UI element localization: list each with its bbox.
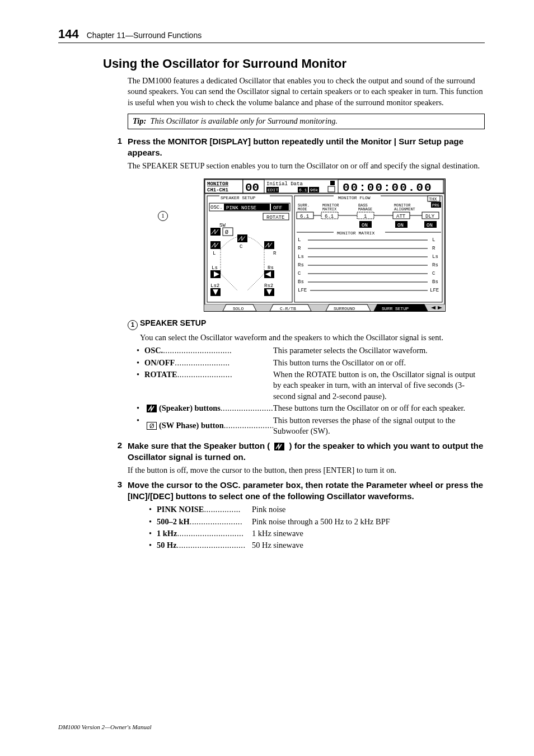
svg-text:MANAGE: MANAGE [358, 207, 372, 212]
svg-text:Ls: Ls [212, 265, 218, 271]
scene-tag3: 96k [310, 187, 318, 192]
page-header: 144 Chapter 11—Surround Functions [58, 27, 485, 43]
waveform-1khz: • 1 kHz............................. 1 k… [149, 528, 485, 539]
svg-text:C: C [298, 271, 301, 276]
svg-text:6.1: 6.1 [325, 214, 334, 219]
step-1: 1 Press the MONITOR [DISPLAY] button rep… [114, 136, 485, 159]
svg-text:L: L [213, 251, 216, 256]
lcd-screenshot: 1 MONITOR CH1-CH1 00 Initial Data EDIT 6… [204, 179, 446, 312]
osc-value: PINK NOISE [226, 205, 256, 211]
thx-label: THX [429, 196, 437, 201]
svg-text:6.1: 6.1 [300, 214, 309, 219]
tip-box: Tip: This Oscillator is available only f… [128, 114, 485, 129]
step-2-follow: If the button is off, move the cursor to… [128, 465, 485, 476]
param-sw-phase: • Ø (SW Phase) button...................… [137, 415, 485, 437]
step-number: 2 [114, 440, 122, 463]
svg-text:R: R [432, 246, 435, 251]
svg-text:C: C [432, 271, 435, 276]
svg-text:C-R/TB: C-R/TB [280, 306, 296, 311]
osc-onoff: OFF [273, 205, 282, 211]
svg-text:C: C [240, 244, 243, 250]
scene-name: Initial Data [266, 181, 303, 187]
svg-text:Ø: Ø [225, 229, 228, 236]
svg-rect-24 [264, 241, 274, 249]
section-1-heading: 1SPEAKER SETUP [128, 318, 485, 330]
svg-text:L: L [432, 237, 435, 243]
monitor-matrix-label: MONITOR MATRIX [337, 231, 374, 236]
scene-tag2: 6.1 [299, 187, 307, 192]
svg-text:LFE: LFE [430, 288, 439, 293]
osc-label: OSC. [210, 205, 223, 210]
section-1-intro: You can select the Oscillator waveform a… [140, 332, 485, 343]
svg-text:MATRIX: MATRIX [322, 207, 337, 212]
heading: Using the Oscillator for Surround Monito… [103, 57, 485, 71]
monitor-flow-label: MONITOR FLOW [338, 195, 371, 200]
step-title: Press the MONITOR [DISPLAY] button repea… [128, 136, 485, 159]
rotate-label: ROTATE [266, 215, 284, 220]
svg-text:Ls2: Ls2 [210, 283, 219, 289]
svg-text:Ls: Ls [432, 254, 438, 260]
svg-text:DLY: DLY [425, 214, 435, 219]
speaker-icon [147, 405, 157, 412]
area-label: MONITOR [207, 181, 228, 187]
speaker-icon [274, 443, 284, 450]
callout-1: 1 [158, 210, 170, 221]
svg-text:SURROUND: SURROUND [334, 306, 355, 311]
svg-text:1: 1 [364, 214, 367, 219]
waveform-50hz: • 50 Hz.............................. 50… [149, 540, 485, 551]
svg-text:Rs: Rs [298, 262, 304, 268]
scene-tag1: EDIT [268, 187, 278, 192]
page-number: 144 [58, 27, 79, 41]
step-title: Move the cursor to the OSC. parameter bo… [128, 480, 485, 503]
step-1-follow: The SPEAKER SETUP section enables you to… [128, 161, 485, 171]
svg-text:R: R [273, 251, 277, 256]
svg-text:Bs: Bs [298, 279, 304, 285]
svg-rect-17 [210, 228, 221, 236]
svg-text:Rs: Rs [268, 265, 274, 271]
svg-text:Ls: Ls [298, 254, 304, 260]
svg-text:Ø: Ø [149, 422, 154, 429]
sw-phase-icon: Ø [147, 422, 157, 430]
waveform-pink-noise: • PINK NOISE................ Pink noise [149, 504, 485, 515]
tip-label: Tip: [133, 116, 146, 125]
param-onoff: • ON/OFF........................ This bu… [137, 358, 485, 368]
svg-text:MODE: MODE [298, 207, 307, 212]
param-speaker-buttons: • (Speaker) buttons.....................… [137, 403, 485, 414]
circle-1-icon: 1 [128, 320, 138, 330]
svg-rect-104 [274, 443, 284, 450]
waveform-list: • PINK NOISE................ Pink noise … [149, 504, 485, 551]
chapter-label: Chapter 11—Surround Functions [87, 31, 202, 40]
svg-rect-20 [210, 241, 221, 249]
svg-rect-7 [330, 181, 335, 185]
param-osc: • OSC............................... Thi… [137, 345, 485, 356]
svg-text:ATT: ATT [396, 214, 406, 219]
intro-paragraph: The DM1000 features a dedicated Oscillat… [128, 76, 485, 108]
footer: DM1000 Version 2—Owner's Manual [58, 724, 151, 730]
step-number: 3 [114, 480, 122, 503]
step-2: 2 Make sure that the Speaker button ( ) … [114, 440, 485, 463]
svg-rect-101 [147, 405, 157, 412]
waveform-500-2k: • 500–2 kH....................... Pink n… [149, 516, 485, 527]
timecode: 00:00:00.00 [343, 181, 433, 194]
speaker-setup-label: SPEAKER SETUP [221, 195, 256, 200]
svg-text:ON: ON [397, 223, 404, 228]
svg-text:ON: ON [362, 223, 368, 228]
step-number: 1 [114, 136, 122, 159]
svg-text:L: L [298, 237, 301, 243]
step-3: 3 Move the cursor to the OSC. parameter … [114, 480, 485, 503]
svg-text:Rs: Rs [432, 262, 438, 268]
svg-text:ON: ON [427, 223, 433, 228]
svg-rect-22 [237, 234, 247, 242]
scene-num: 00 [245, 181, 259, 194]
svg-text:ALIGNMENT: ALIGNMENT [394, 207, 415, 212]
svg-text:Rs2: Rs2 [264, 283, 273, 289]
svg-text:PRG: PRG [432, 203, 439, 208]
step-title: Make sure that the Speaker button ( ) fo… [128, 440, 485, 463]
param-list: • OSC............................... Thi… [137, 345, 485, 437]
svg-text:Bs: Bs [432, 279, 438, 285]
svg-text:LFE: LFE [298, 288, 307, 293]
svg-text:R: R [298, 246, 301, 251]
svg-text:SOLO: SOLO [233, 306, 243, 311]
svg-text:SURR SETUP: SURR SETUP [382, 306, 409, 311]
tip-text: This Oscillator is available only for Su… [150, 116, 337, 125]
